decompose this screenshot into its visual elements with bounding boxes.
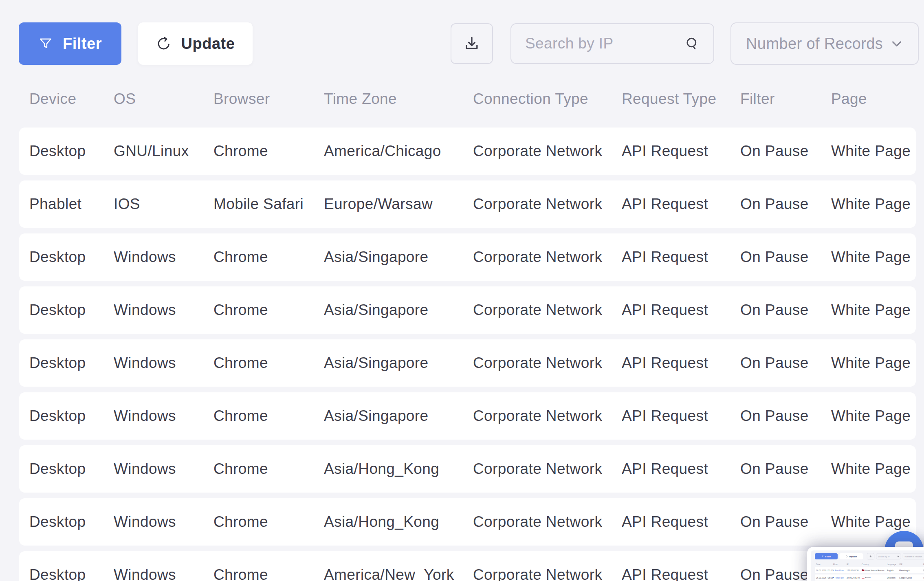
cell-device: Desktop (29, 460, 114, 478)
preview-table-header: Date Flow IP Country Language ISP Re (815, 562, 924, 566)
table-row[interactable]: Desktop Windows Chrome Asia/Singapore Co… (19, 286, 916, 334)
cell-device: Desktop (29, 143, 114, 160)
filter-button[interactable]: Filter (19, 22, 121, 65)
preview-records-label: Number of Records (905, 555, 922, 558)
cell-filter: On Pause (740, 302, 831, 319)
cell-request-type: API Request (622, 566, 740, 581)
flow-dot-icon (833, 577, 834, 578)
cell-browser: Chrome (213, 407, 324, 425)
preview-cell-date: 26.01.2026 / 03:35 (816, 569, 833, 572)
cell-timezone: Asia/Singapore (324, 354, 473, 372)
table-row[interactable]: Desktop Windows Chrome America/New_York … (19, 551, 916, 581)
cell-os: Windows (114, 566, 213, 581)
table-row[interactable]: Phablet IOS Mobile Safari Europe/Warsaw … (19, 180, 916, 228)
screenshot-preview-content: Filter Update Search by IP (811, 550, 924, 581)
preview-cell-date: 26.01.2026 / 05:06 (816, 577, 833, 579)
cell-os: Windows (114, 302, 213, 319)
cell-request-type: API Request (622, 460, 740, 478)
preview-cell-country: United States of America (862, 569, 887, 571)
cell-device: Desktop (29, 566, 114, 581)
preview-update-label: Update (849, 555, 857, 558)
preview-col-language: Language (887, 563, 899, 566)
cell-device: Desktop (29, 302, 114, 319)
search-icon[interactable] (684, 35, 700, 52)
screenshot-preview-image: Filter Update Search by IP (811, 550, 924, 581)
table-row[interactable]: Desktop Windows Chrome Asia/Hong_Kong Co… (19, 445, 916, 493)
cell-request-type: API Request (622, 196, 740, 213)
preview-cell-isp: Google-Cloud (899, 577, 923, 579)
cell-page: White Page (831, 302, 916, 319)
cell-page: White Page (831, 407, 916, 425)
cell-browser: Chrome (213, 249, 324, 266)
refresh-icon (156, 36, 172, 51)
cell-page: White Page (831, 249, 916, 266)
cell-filter: On Pause (740, 354, 831, 372)
preview-update-button: Update (840, 553, 863, 559)
table-row[interactable]: Desktop Windows Chrome Asia/Singapore Co… (19, 339, 916, 387)
cell-request-type: API Request (622, 302, 740, 319)
cell-filter: On Pause (740, 249, 831, 266)
preview-cell-language: Unknown (887, 577, 899, 579)
search-by-ip-field (510, 23, 714, 64)
table-row[interactable]: Desktop Windows Chrome Asia/Singapore Co… (19, 233, 916, 281)
cell-request-type: API Request (622, 354, 740, 372)
funnel-icon (822, 555, 824, 558)
cell-timezone: Europe/Warsaw (324, 196, 473, 213)
cell-connection-type: Corporate Network (473, 302, 622, 319)
cell-request-type: API Request (622, 143, 740, 160)
cell-device: Desktop (29, 407, 114, 425)
search-input[interactable] (524, 35, 678, 53)
preview-cell-ip: 172.82.65.38 (847, 569, 862, 572)
cell-device: Desktop (29, 249, 114, 266)
cell-page: White Page (831, 196, 916, 213)
preview-col-ip: IP (847, 563, 862, 566)
preview-records-select: Number of Records (903, 553, 924, 559)
cell-device: Phablet (29, 196, 114, 213)
table-row[interactable]: Desktop GNU/Linux Chrome America/Chicago… (19, 128, 916, 175)
column-header-filter: Filter (740, 90, 831, 108)
cell-filter: On Pause (740, 407, 831, 425)
table-body: Desktop GNU/Linux Chrome America/Chicago… (19, 128, 916, 581)
cell-browser: Chrome (213, 566, 324, 581)
preview-table-row: 26.01.2026 / 05:06 First Flow 34.96.248.… (815, 574, 924, 581)
funnel-icon (38, 36, 53, 51)
cell-browser: Chrome (213, 143, 324, 160)
us-flag-icon (862, 569, 865, 571)
preview-search-field: Search by IP (876, 553, 901, 559)
column-header-request-type: Request Type (622, 90, 740, 108)
column-header-device: Device (29, 90, 114, 108)
table-row[interactable]: Desktop Windows Chrome Asia/Hong_Kong Co… (19, 498, 916, 546)
cell-browser: Chrome (213, 513, 324, 530)
cell-os: GNU/Linux (114, 143, 213, 160)
cell-connection-type: Corporate Network (473, 566, 622, 581)
cell-os: Windows (114, 354, 213, 372)
cell-os: IOS (114, 196, 213, 213)
column-header-timezone: Time Zone (324, 90, 473, 108)
cell-browser: Mobile Safari (213, 196, 324, 213)
download-button[interactable] (451, 23, 493, 64)
traffic-records-page: Filter Update Number of (0, 0, 924, 581)
column-header-browser: Browser (213, 90, 324, 108)
preview-col-isp: ISP (899, 563, 923, 566)
update-button[interactable]: Update (138, 22, 253, 65)
cell-timezone: America/New_York (324, 566, 473, 581)
preview-cell-country: Poland (862, 577, 887, 579)
cell-timezone: Asia/Singapore (324, 407, 473, 425)
cell-page: White Page (831, 460, 916, 478)
screenshot-preview-thumbnail[interactable]: Filter Update Search by IP (807, 547, 924, 581)
preview-download-button (867, 553, 874, 560)
table-row[interactable]: Desktop Windows Chrome Asia/Singapore Co… (19, 392, 916, 440)
cell-connection-type: Corporate Network (473, 513, 622, 530)
cell-page: White Page (831, 513, 916, 530)
preview-cell-isp: Massivegrid (899, 569, 923, 572)
cell-timezone: Asia/Hong_Kong (324, 460, 473, 478)
cell-connection-type: Corporate Network (473, 196, 622, 213)
cell-timezone: America/Chicago (324, 143, 473, 160)
number-of-records-select[interactable]: Number of Records (730, 22, 919, 65)
preview-search-placeholder: Search by IP (878, 555, 890, 558)
poland-flag-icon (862, 577, 865, 579)
cell-connection-type: Corporate Network (473, 143, 622, 160)
preview-cell-flow: First Flow (833, 569, 847, 572)
cell-timezone: Asia/Singapore (324, 249, 473, 266)
refresh-icon (846, 555, 848, 558)
